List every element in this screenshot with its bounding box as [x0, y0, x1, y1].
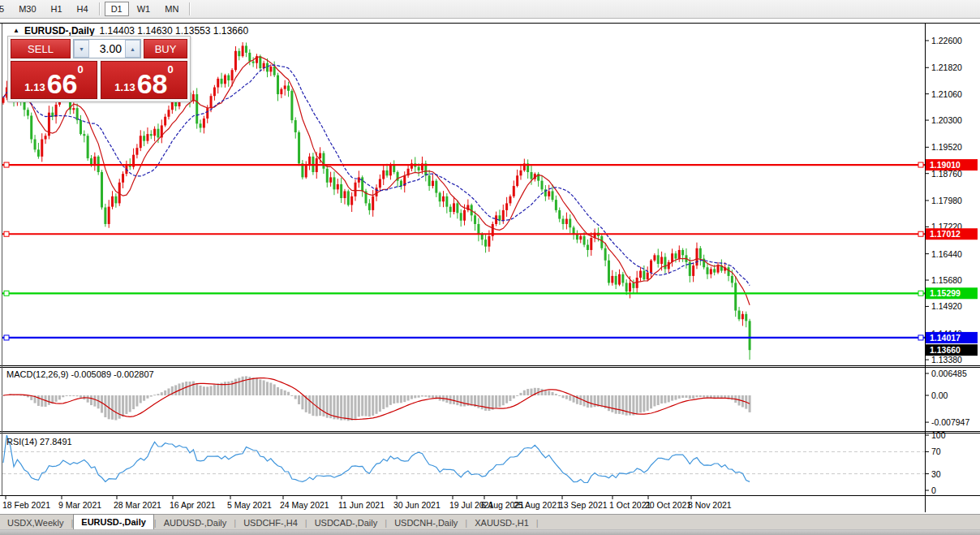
buy-button[interactable]: BUY	[144, 39, 187, 58]
timeframe-button-d1[interactable]: D1	[105, 2, 129, 16]
candle	[389, 165, 392, 175]
chart-tab-xauusd-[interactable]: XAUUSD-,H1	[467, 515, 536, 530]
candle	[449, 207, 452, 212]
line-handle[interactable]	[4, 291, 9, 296]
candle	[548, 191, 550, 196]
candle	[227, 76, 230, 80]
candle	[287, 85, 290, 90]
candle	[101, 172, 103, 207]
symbol-period-label: EURUSD-,Daily	[24, 25, 95, 37]
candle	[728, 267, 730, 276]
candle	[231, 70, 234, 80]
candle	[248, 53, 251, 62]
chart-tab-usdx[interactable]: USDX,Weekly	[0, 515, 71, 530]
status-strip	[0, 529, 980, 535]
line-handle[interactable]	[4, 231, 9, 236]
candle	[699, 248, 702, 259]
candle	[157, 129, 159, 138]
candle	[664, 257, 666, 269]
buy-price-main: 68	[137, 72, 168, 96]
candle	[114, 196, 117, 204]
candle	[322, 153, 325, 169]
candle	[329, 177, 332, 182]
line-handle[interactable]	[918, 291, 923, 296]
candle	[111, 196, 114, 207]
tick-direction-up-icon: ▲	[13, 27, 19, 34]
candle	[502, 210, 505, 221]
date-axis-label: 8 Nov 2021	[688, 500, 732, 510]
candle	[167, 110, 170, 117]
candle	[615, 276, 617, 285]
timeframe-button-w1[interactable]: W1	[131, 2, 157, 16]
timeframe-button-m30[interactable]: M30	[12, 2, 42, 16]
chart-tab-usdchf-[interactable]: USDCHF-,H4	[236, 515, 305, 530]
candle	[442, 196, 445, 201]
candle	[87, 136, 89, 158]
line-handle[interactable]	[4, 335, 9, 340]
candle	[531, 172, 533, 179]
line-handle[interactable]	[918, 231, 923, 236]
chart-tab-eurusd-[interactable]: EURUSD-,Daily	[73, 514, 153, 529]
candle	[604, 248, 607, 261]
chart-tab-usdcnh-[interactable]: USDCNH-,Daily	[387, 515, 465, 530]
candle	[200, 123, 202, 127]
timeframe-button-h1[interactable]: H1	[45, 2, 69, 16]
line-handle[interactable]	[918, 162, 923, 167]
chart-tab-bar: USDX,Weekly|EURUSD-,Daily|AUDUSD-,Daily|…	[0, 514, 980, 530]
candle	[717, 265, 720, 273]
price-badge-label: 1.15299	[930, 288, 961, 298]
candle	[252, 62, 255, 63]
candle	[37, 149, 40, 157]
macd-axis-label: -0.007947	[931, 417, 969, 427]
candle	[639, 271, 642, 278]
candle	[368, 203, 371, 210]
candle	[713, 269, 716, 272]
chart-tab-usdcad-[interactable]: USDCAD-,Daily	[307, 515, 385, 530]
price-axis-label: 1.22600	[931, 36, 962, 45]
volume-decrease-icon[interactable]: ▼	[74, 40, 89, 58]
price-axis-label: 1.16440	[931, 249, 962, 259]
chart-tab-audusd-[interactable]: AUDUSD-,Daily	[157, 515, 234, 530]
candle	[358, 177, 360, 182]
line-handle[interactable]	[918, 335, 923, 340]
buy-price-button[interactable]: 1.13 68 0	[101, 61, 187, 99]
volume-input[interactable]: 3.00	[89, 40, 125, 58]
candle	[505, 203, 508, 210]
candle	[445, 196, 448, 207]
candle	[692, 265, 694, 276]
candle	[643, 271, 645, 280]
candle	[460, 213, 462, 220]
candle	[104, 208, 106, 224]
macd-axis-label: 0.006485	[931, 369, 967, 378]
candle	[72, 108, 75, 110]
sell-button[interactable]: SELL	[11, 39, 71, 58]
line-handle[interactable]	[4, 162, 9, 167]
timeframe-button-mn[interactable]: MN	[158, 2, 185, 16]
candle	[587, 245, 589, 250]
candle	[650, 261, 652, 273]
candle	[625, 283, 628, 291]
candle	[647, 273, 649, 280]
candle	[738, 311, 741, 320]
candle	[333, 177, 335, 189]
price-axis-label: 1.21820	[931, 63, 962, 72]
candle	[280, 89, 282, 94]
timeframe-button-h4[interactable]: H4	[71, 2, 95, 16]
volume-increase-icon[interactable]: ▲	[125, 40, 140, 58]
candle	[140, 136, 142, 148]
candle	[122, 174, 124, 183]
candle	[294, 120, 297, 132]
candle	[569, 219, 571, 228]
timeframe-button-5[interactable]: 5	[0, 2, 11, 16]
candle	[146, 134, 148, 141]
candle	[474, 215, 476, 224]
candle	[242, 45, 244, 56]
candle	[337, 184, 339, 189]
candle	[519, 170, 522, 175]
sell-price-pip: 0	[77, 63, 83, 76]
candle	[477, 224, 479, 235]
candle	[734, 283, 737, 310]
sell-price-main: 66	[47, 72, 78, 96]
sell-price-button[interactable]: 1.13 66 0	[11, 61, 97, 99]
candle	[621, 274, 624, 283]
